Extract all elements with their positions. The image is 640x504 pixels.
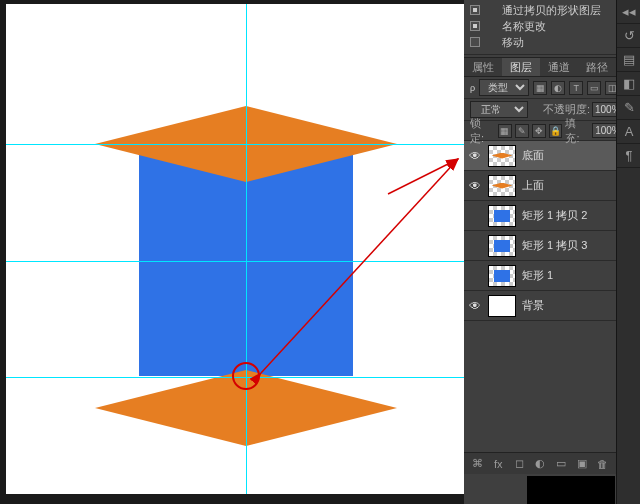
- filter-kind-select[interactable]: 类型: [479, 79, 529, 96]
- filter-shape-icon[interactable]: ▭: [587, 81, 601, 95]
- fill-label: 填充:: [565, 116, 590, 146]
- action-checkbox[interactable]: [470, 37, 480, 47]
- tab-properties[interactable]: 属性: [464, 58, 502, 76]
- dock-tray: [527, 476, 615, 504]
- layer-row[interactable]: 矩形 1: [464, 261, 640, 291]
- action-checkbox[interactable]: [470, 5, 480, 15]
- layer-row[interactable]: 矩形 1 拷贝 2: [464, 201, 640, 231]
- tab-paths[interactable]: 路径: [578, 58, 616, 76]
- action-item[interactable]: 名称更改: [464, 18, 640, 34]
- layer-thumbnail[interactable]: [488, 175, 516, 197]
- action-pin: [486, 5, 496, 15]
- lock-position-icon[interactable]: ✥: [532, 124, 546, 138]
- expand-dock-icon[interactable]: ◂◂: [617, 0, 640, 24]
- layers-list: 👁 底面 👁 上面 矩形 1 拷贝 2 矩形 1 拷贝 3 矩形 1 👁: [464, 141, 640, 321]
- new-layer-icon[interactable]: ▣: [574, 456, 589, 472]
- layer-fx-icon[interactable]: fx: [491, 456, 506, 472]
- layer-thumbnail[interactable]: [488, 205, 516, 227]
- filter-adjust-icon[interactable]: ◐: [551, 81, 565, 95]
- character-icon[interactable]: A: [617, 120, 640, 144]
- action-pin: [486, 37, 496, 47]
- layer-row[interactable]: 矩形 1 拷贝 3: [464, 231, 640, 261]
- annotation-circle: [232, 362, 260, 390]
- layer-thumbnail[interactable]: [488, 265, 516, 287]
- group-icon[interactable]: ▭: [553, 456, 568, 472]
- lock-transparency-icon[interactable]: ▦: [498, 124, 512, 138]
- lock-label: 锁定:: [470, 116, 495, 146]
- right-dock-strip: ◂◂ ↺ ▤ ◧ ✎ A ¶: [616, 0, 640, 504]
- layer-row[interactable]: 👁 上面: [464, 171, 640, 201]
- action-item[interactable]: 移动: [464, 34, 640, 50]
- lock-row: 锁定: ▦ ✎ ✥ 🔒 填充: ▾: [464, 121, 640, 141]
- guide-vertical[interactable]: [246, 4, 247, 494]
- actions-panel: 通过拷贝的形状图层 名称更改 移动: [464, 0, 640, 50]
- layers-panel-footer: ⌘ fx ◻ ◐ ▭ ▣ 🗑: [464, 452, 616, 474]
- svg-line-1: [388, 159, 458, 194]
- layer-row[interactable]: 👁 背景 🔒: [464, 291, 640, 321]
- delete-layer-icon[interactable]: 🗑: [595, 456, 610, 472]
- lock-all-icon[interactable]: 🔒: [549, 124, 563, 138]
- panel-tabs: 属性 图层 通道 路径 ≡: [464, 57, 640, 77]
- color-icon[interactable]: ◧: [617, 72, 640, 96]
- action-label: 名称更改: [502, 19, 546, 34]
- layer-mask-icon[interactable]: ◻: [512, 456, 527, 472]
- swatches-icon[interactable]: ▤: [617, 48, 640, 72]
- adjustment-layer-icon[interactable]: ◐: [533, 456, 548, 472]
- action-label: 通过拷贝的形状图层: [502, 3, 601, 18]
- lock-pixels-icon[interactable]: ✎: [515, 124, 529, 138]
- guide-horizontal[interactable]: [6, 261, 464, 262]
- layer-thumbnail[interactable]: [488, 145, 516, 167]
- action-item[interactable]: 通过拷贝的形状图层: [464, 2, 640, 18]
- layer-thumbnail[interactable]: [488, 295, 516, 317]
- layer-name[interactable]: 背景: [522, 298, 616, 313]
- filter-type-icon[interactable]: T: [569, 81, 583, 95]
- visibility-toggle[interactable]: 👁: [468, 149, 482, 163]
- link-layers-icon[interactable]: ⌘: [470, 456, 485, 472]
- filter-pixel-icon[interactable]: ▦: [533, 81, 547, 95]
- visibility-toggle[interactable]: 👁: [468, 299, 482, 313]
- paragraph-icon[interactable]: ¶: [617, 144, 640, 168]
- history-icon[interactable]: ↺: [617, 24, 640, 48]
- document-canvas[interactable]: [6, 4, 464, 494]
- layer-thumbnail[interactable]: [488, 235, 516, 257]
- action-checkbox[interactable]: [470, 21, 480, 31]
- visibility-toggle[interactable]: 👁: [468, 179, 482, 193]
- layer-filter-row: ρ 类型 ▦ ◐ T ▭ ◫: [464, 77, 640, 99]
- action-label: 移动: [502, 35, 524, 50]
- brushes-icon[interactable]: ✎: [617, 96, 640, 120]
- layer-row[interactable]: 👁 底面: [464, 141, 640, 171]
- action-pin: [486, 21, 496, 31]
- guide-horizontal[interactable]: [6, 144, 464, 145]
- tab-channels[interactable]: 通道: [540, 58, 578, 76]
- tab-layers[interactable]: 图层: [502, 58, 540, 76]
